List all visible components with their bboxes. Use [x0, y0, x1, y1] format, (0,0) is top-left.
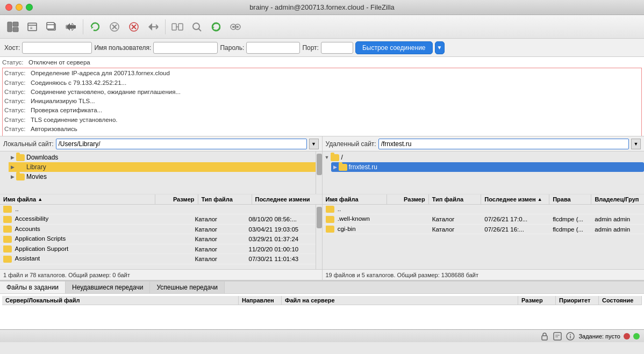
host-label: Хост: — [4, 44, 20, 52]
table-row[interactable]: Accessibility Каталог 08/10/20 08:56:... — [0, 214, 316, 224]
svg-point-31 — [237, 26, 239, 28]
folder-icon — [16, 154, 25, 161]
queue-col-size: Размер — [518, 296, 556, 305]
scrollbar-thumb — [317, 207, 322, 228]
col-perms-header[interactable]: Права — [549, 194, 591, 204]
col-date-header[interactable]: Последнее измен ▲ — [481, 194, 549, 204]
toolbar-new-tab[interactable]: ≡ — [24, 18, 41, 35]
local-file-rows: .. Accessibility Каталог 08/10/20 — [0, 205, 316, 269]
table-row[interactable]: Application Support Каталог 11/20/20 01:… — [0, 244, 316, 254]
remote-path-dropdown[interactable]: ▼ — [631, 139, 641, 149]
folder-icon — [16, 174, 25, 180]
connect-button[interactable]: Быстрое соединение — [355, 41, 433, 54]
folder-icon — [339, 164, 347, 171]
queue-col-priority: Приоритет — [556, 296, 599, 305]
file-status-bars: 1 файл и 78 каталогов. Общий размер: 0 б… — [0, 270, 644, 281]
local-file-list: Имя файла ▲ Размер Тип файла Последнее и… — [0, 194, 322, 269]
tree-item-label: frnxtest.ru — [349, 163, 377, 171]
toolbar-disconnect[interactable] — [125, 18, 142, 35]
log-highlighted-section: Статус: Определение IP-адреса для 200713… — [2, 68, 642, 136]
maximize-button[interactable] — [26, 4, 33, 11]
col-size-header[interactable]: Размер — [387, 194, 429, 204]
local-tree-scrollbar[interactable] — [316, 151, 322, 194]
toolbar-search[interactable] — [188, 18, 205, 35]
log-line: Статус: Соединяюсь с 79.133.42.252:21... — [4, 78, 640, 88]
folder-icon — [331, 154, 339, 161]
tab-queued-files[interactable]: Файлы в задании — [0, 281, 66, 293]
queue-col-direction: Направлен — [239, 296, 282, 305]
remote-tree-frnxtest[interactable]: ▶ frnxtest.ru — [331, 162, 645, 172]
col-type-header[interactable]: Тип файла — [429, 194, 482, 204]
toolbar-compare[interactable] — [169, 18, 186, 35]
password-input[interactable] — [246, 42, 300, 54]
username-input[interactable] — [153, 42, 218, 54]
tab-successful-transfers[interactable]: Успешные передачи — [150, 281, 225, 293]
local-site-bar: Локальный сайт: ▼ — [0, 136, 323, 151]
remote-status-bar: 19 файлов и 5 каталогов. Общий размер: 1… — [323, 270, 645, 280]
log-line: Статус: Проверка сертификата... — [4, 106, 640, 115]
table-row[interactable]: .. — [323, 205, 645, 214]
close-button[interactable] — [5, 4, 12, 11]
local-tree-items: ▶ Downloads ▶ Library ▶ Movies — [0, 151, 316, 194]
port-input[interactable] — [321, 42, 353, 54]
table-row[interactable]: cgi-bin Каталог 07/26/21 16:... flcdmpe … — [323, 225, 645, 234]
remote-site-bar: Удаленный сайт: ▼ — [323, 136, 645, 151]
local-tree-downloads[interactable]: ▶ Downloads — [9, 153, 316, 162]
toolbar-sep-1 — [83, 19, 83, 34]
title-bar: brainy - admin@200713.fornex.cloud - Fil… — [0, 0, 644, 15]
sort-arrow: ▲ — [38, 197, 42, 202]
table-row[interactable]: .. — [0, 205, 316, 214]
svg-marker-18 — [148, 23, 152, 31]
queue-col-status: Состояние — [599, 296, 642, 305]
svg-rect-22 — [172, 24, 176, 30]
local-path-dropdown[interactable]: ▼ — [309, 139, 319, 149]
col-size-header[interactable]: Размер — [155, 194, 198, 204]
toolbar-sep-2 — [165, 19, 166, 34]
col-name-header[interactable]: Имя файла — [323, 194, 387, 204]
scrollbar-thumb — [317, 154, 322, 175]
main-split-view: ▶ Downloads ▶ Library ▶ Movies — [0, 151, 644, 270]
tab-failed-transfers[interactable]: Неудавшиеся передачи — [66, 281, 150, 293]
remote-tree-root[interactable]: ▼ / — [323, 153, 645, 162]
local-path-input[interactable] — [56, 139, 307, 149]
connect-dropdown[interactable]: ▼ — [435, 41, 445, 54]
svg-rect-1 — [13, 22, 18, 26]
folder-icon — [16, 164, 25, 171]
toolbar-sync[interactable] — [207, 18, 225, 35]
local-tree-movies[interactable]: ▶ Movies — [9, 172, 316, 182]
toolbar-site-manager[interactable] — [4, 18, 22, 35]
table-row[interactable]: Application Scripts Каталог 03/29/21 01:… — [0, 234, 316, 244]
toolbar-new-window[interactable] — [43, 18, 60, 35]
tree-item-label: / — [341, 154, 342, 161]
local-status-bar: 1 файл и 78 каталогов. Общий размер: 0 б… — [0, 270, 323, 280]
table-row[interactable]: .well-known Каталог 07/26/21 17:0... flc… — [323, 214, 645, 224]
col-owner-header[interactable]: Владелец/Груп — [591, 194, 644, 204]
host-input[interactable] — [22, 42, 92, 54]
toolbar-bookmark[interactable] — [227, 18, 244, 35]
table-row[interactable]: Assistant Каталог 07/30/21 11:01:43 — [0, 254, 316, 264]
quick-connect-bar: Хост: Имя пользователя: Пароль: Порт: Бы… — [0, 39, 644, 57]
status-right: Задание: пусто — [540, 331, 640, 341]
log-line: Статус: Инициализирую TLS... — [4, 97, 640, 106]
table-row[interactable]: Accounts Каталог 03/04/21 19:03:05 — [0, 225, 316, 234]
queue-tabs: Файлы в задании Неудавшиеся передачи Усп… — [0, 281, 644, 294]
expand-arrow: ▼ — [325, 155, 330, 160]
col-name-header[interactable]: Имя файла ▲ — [0, 194, 155, 204]
expand-arrow: ▶ — [11, 164, 15, 170]
window-controls[interactable] — [5, 4, 33, 11]
remote-path-input[interactable] — [378, 139, 629, 149]
toolbar-reconnect[interactable] — [145, 18, 162, 35]
col-date-header[interactable]: Последнее измени — [252, 194, 322, 204]
toolbar-refresh[interactable] — [87, 18, 104, 35]
minimize-button[interactable] — [16, 4, 23, 11]
local-list-scrollbar[interactable] — [316, 205, 322, 269]
local-tree-library[interactable]: ▶ Library — [9, 162, 316, 172]
col-type-header[interactable]: Тип файла — [198, 194, 252, 204]
local-status-text: 1 файл и 78 каталогов. Общий размер: 0 б… — [3, 272, 130, 278]
remote-status-text: 19 файлов и 5 каталогов. Общий размер: 1… — [326, 272, 479, 278]
log-line: Статус: Авторизовались — [4, 125, 640, 134]
sort-arrow: ▲ — [538, 197, 542, 202]
svg-rect-32 — [542, 336, 547, 340]
toolbar-transfer[interactable] — [62, 18, 80, 35]
toolbar-cancel[interactable] — [106, 18, 123, 35]
